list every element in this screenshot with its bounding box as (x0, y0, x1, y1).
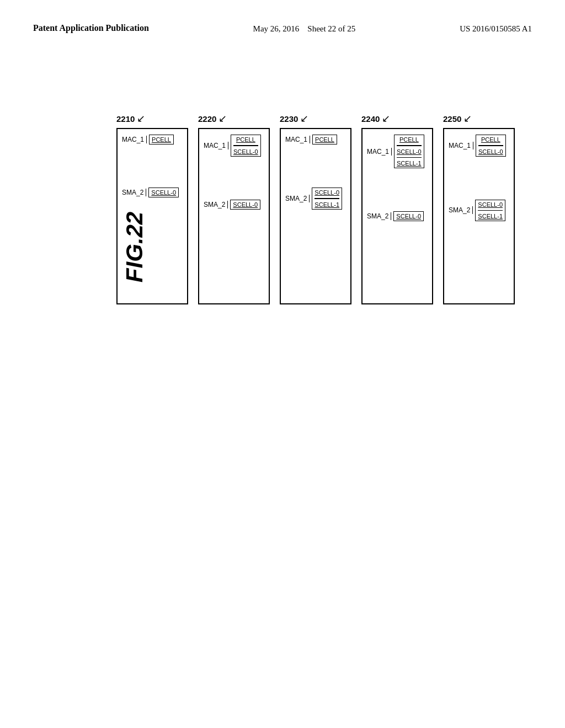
mac-row: MAC_1PCELLSCELL-0 (204, 135, 264, 157)
cell-label: PCELL (481, 136, 500, 143)
header-center: May 26, 2016 Sheet 22 of 25 (253, 22, 356, 35)
cell-label: SCELL-1 (397, 160, 422, 167)
mac-row: MAC_1PCELLSCELL-0 (449, 135, 509, 157)
sma-label: SMA_2 (449, 206, 473, 214)
arrow-icon: ↙ (300, 113, 308, 125)
sma-label: SMA_2 (367, 212, 391, 220)
sma-row: SMA_2SCELL-0SCELL-1 (449, 200, 509, 222)
diagram-number: 2210 (116, 114, 135, 124)
header-right: US 2016/0150585 A1 (460, 22, 532, 35)
sma-label: SMA_2 (285, 195, 310, 202)
mac-label: MAC_1 (285, 136, 310, 143)
sma-cell-label: SCELL-1 (478, 213, 503, 220)
sma-cell-divider (478, 210, 503, 211)
sma-row: SMA_2SCELL-0SCELL-1 (285, 188, 346, 210)
diagram-col-2250: 2250↙MAC_1PCELLSCELL-0SMA_2SCELL-0SCELL-… (443, 113, 515, 304)
diagram-col-2220: 2220↙MAC_1PCELLSCELL-0SMA_2SCELL-0 (198, 113, 270, 304)
cell-label: SCELL-0 (478, 148, 503, 155)
cell-divider (233, 145, 258, 146)
diagram-box-2210: MAC_1PCELLSMA_2SCELL-0 (116, 128, 188, 304)
cell-label: PCELL (236, 136, 255, 143)
mac-cells-block: PCELLSCELL-0 (476, 135, 506, 157)
mac-label: MAC_1 (449, 142, 473, 149)
page-header: Patent Application Publication May 26, 2… (0, 0, 565, 46)
diagram-box-2220: MAC_1PCELLSCELL-0SMA_2SCELL-0 (198, 128, 270, 304)
sma-row: SMA_2SCELL-0 (204, 200, 264, 210)
sma-cell-label: SCELL-0 (478, 201, 503, 208)
mac-label: MAC_1 (122, 136, 147, 143)
cell-label: PCELL (399, 136, 419, 143)
mac-label: MAC_1 (204, 142, 228, 149)
diagram-label-2210: 2210↙ (116, 113, 145, 125)
spacer (285, 152, 346, 169)
header-title: Patent Application Publication (33, 22, 149, 34)
sma-cell-label: SCELL-0 (315, 189, 339, 196)
mac-cells-block: PCELLSCELL-0SCELL-1 (394, 135, 424, 168)
main-content: FIG.22 2210↙MAC_1PCELLSMA_2SCELL-02220↙M… (0, 46, 565, 304)
diagram-number: 2230 (280, 114, 298, 124)
spacer (204, 164, 264, 181)
mac-row: MAC_1PCELL (122, 135, 183, 144)
sma-cells-block: SCELL-0SCELL-1 (475, 200, 505, 222)
diagram-number: 2250 (443, 114, 461, 124)
cell-divider (397, 157, 422, 158)
sma-cell-label: SCELL-0 (151, 189, 176, 196)
cell-label: SCELL-0 (397, 148, 422, 155)
arrow-icon: ↙ (463, 113, 472, 125)
sma-cells-block: SCELL-0 (393, 211, 424, 221)
diagram-col-2230: 2230↙MAC_1PCELLSMA_2SCELL-0SCELL-1 (280, 113, 351, 304)
mac-row: MAC_1PCELL (285, 135, 346, 144)
cell-label: PCELL (315, 136, 334, 143)
diagram-col-2210: 2210↙MAC_1PCELLSMA_2SCELL-0 (116, 113, 188, 304)
cell-label: SCELL-0 (233, 148, 258, 155)
arrow-icon: ↙ (218, 113, 227, 125)
sma-cell-label: SCELL-0 (233, 201, 258, 208)
sma-row: SMA_2SCELL-0 (122, 188, 183, 197)
spacer (122, 152, 183, 169)
cell-divider (397, 145, 422, 146)
mac-cells-block: PCELL (149, 135, 174, 144)
sma-cells-block: SCELL-0 (148, 188, 179, 197)
diagram-label-2240: 2240↙ (361, 113, 390, 125)
spacer (449, 164, 509, 181)
sma-cells-block: SCELL-0 (230, 200, 260, 210)
cell-divider (478, 145, 503, 146)
mac-row: MAC_1PCELLSCELL-0SCELL-1 (367, 135, 428, 168)
cell-label: PCELL (152, 136, 171, 143)
mac-label: MAC_1 (367, 148, 392, 156)
sma-cell-label: SCELL-0 (396, 213, 421, 220)
diagrams-container: 2210↙MAC_1PCELLSMA_2SCELL-02220↙MAC_1PCE… (116, 113, 515, 304)
arrow-icon: ↙ (382, 113, 390, 125)
mac-cells-block: PCELL (312, 135, 337, 144)
arrow-icon: ↙ (137, 113, 145, 125)
sma-cells-block: SCELL-0SCELL-1 (312, 188, 342, 210)
sma-label: SMA_2 (204, 201, 228, 208)
mac-cells-block: PCELLSCELL-0 (231, 135, 261, 157)
diagram-label-2230: 2230↙ (280, 113, 308, 125)
spacer (367, 176, 428, 192)
diagram-number: 2220 (198, 114, 216, 124)
diagram-col-2240: 2240↙MAC_1PCELLSCELL-0SCELL-1SMA_2SCELL-… (361, 113, 433, 304)
diagram-box-2250: MAC_1PCELLSCELL-0SMA_2SCELL-0SCELL-1 (443, 128, 515, 304)
diagram-box-2240: MAC_1PCELLSCELL-0SCELL-1SMA_2SCELL-0 (361, 128, 433, 304)
sma-row: SMA_2SCELL-0 (367, 211, 428, 221)
sma-label: SMA_2 (122, 189, 146, 196)
diagram-box-2230: MAC_1PCELLSMA_2SCELL-0SCELL-1 (280, 128, 351, 304)
diagram-label-2220: 2220↙ (198, 113, 227, 125)
diagram-number: 2240 (361, 114, 380, 124)
sma-cell-divider (315, 198, 339, 199)
diagram-label-2250: 2250↙ (443, 113, 472, 125)
sma-cell-label: SCELL-1 (315, 201, 339, 208)
